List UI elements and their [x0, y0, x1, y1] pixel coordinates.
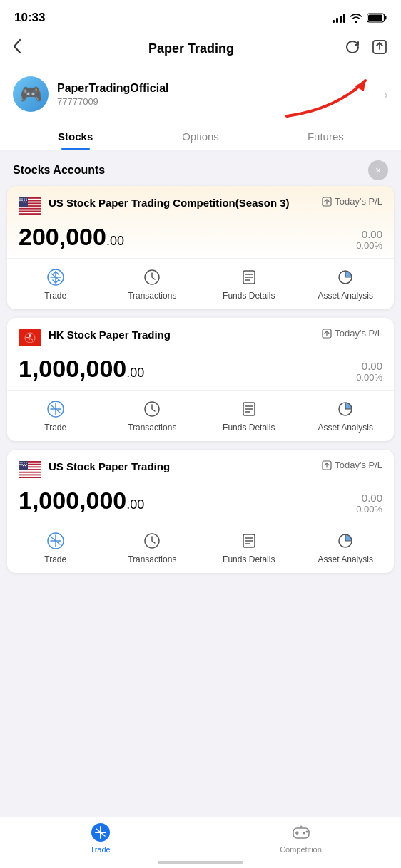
clock-icon-1 — [142, 399, 162, 419]
svg-point-17 — [24, 198, 24, 199]
svg-point-73 — [25, 465, 26, 466]
card-amount-dec-0: .00 — [106, 234, 124, 249]
svg-point-19 — [19, 200, 20, 201]
svg-rect-59 — [19, 472, 41, 473]
card-actions-0: Trade Transactions — [7, 258, 394, 309]
card-action-asset-2[interactable]: Asset Analysis — [298, 522, 395, 573]
card-title-area-hk: HK Stock Paper Trading — [19, 328, 171, 346]
card-action-label-transactions-2: Transactions — [128, 554, 176, 564]
svg-point-67 — [19, 464, 20, 465]
list-icon-1 — [239, 399, 259, 419]
tab-stocks[interactable]: Stocks — [13, 122, 138, 150]
list-icon-2 — [239, 531, 259, 551]
status-icons — [333, 13, 387, 23]
card-today-pl-label-hk: Today's P/L — [322, 328, 382, 339]
svg-point-18 — [26, 198, 26, 199]
share-small-icon-us — [322, 460, 332, 470]
scroll-content: Stocks Accounts × — [0, 150, 401, 646]
svg-rect-60 — [19, 475, 41, 476]
svg-rect-61 — [19, 477, 41, 478]
card-action-funds-2[interactable]: Funds Details — [200, 522, 298, 573]
card-action-funds-1[interactable]: Funds Details — [200, 391, 298, 441]
tab-options[interactable]: Options — [138, 122, 263, 150]
profile-row[interactable]: 🎮 PaperTradingOfficial 77777009 › — [0, 66, 401, 122]
card-action-transactions-0[interactable]: Transactions — [104, 259, 201, 309]
card-amount-main-1: 1,000,000 — [19, 355, 126, 383]
share-small-icon-hk — [322, 329, 332, 339]
battery-icon — [367, 13, 387, 23]
card-amount-main-0: 200,000 — [19, 223, 106, 251]
card-title-us: US Stock Paper Trading — [49, 460, 170, 474]
card-action-transactions-2[interactable]: Transactions — [104, 522, 201, 573]
svg-point-71 — [21, 465, 21, 466]
card-pl-percent-1: 0.00% — [356, 372, 382, 383]
section-title: Stocks Accounts — [13, 164, 105, 177]
svg-point-72 — [23, 465, 24, 466]
card-action-label-asset-2: Asset Analysis — [318, 554, 373, 564]
pie-icon-0 — [335, 267, 355, 287]
card-action-trade-1[interactable]: Trade — [7, 391, 104, 441]
svg-point-91 — [303, 832, 305, 835]
wifi-icon — [350, 13, 362, 23]
card-action-label-asset-0: Asset Analysis — [318, 291, 373, 301]
card-today-pl-label: Today's P/L — [322, 196, 382, 207]
bottom-tab-competition[interactable]: Competition — [200, 822, 401, 854]
card-actions-2: Trade Transactions — [7, 522, 394, 573]
home-indicator — [158, 861, 243, 864]
page-title: Paper Trading — [148, 41, 234, 56]
card-amount-dec-2: .00 — [126, 497, 144, 512]
us-flag-icon — [19, 197, 41, 215]
card-action-label-trade-0: Trade — [44, 291, 66, 301]
card-title-area: US Stock Paper Trading Competition(Seaso… — [19, 196, 290, 215]
refresh-button[interactable] — [344, 38, 361, 58]
profile-info: PaperTradingOfficial 77777009 — [57, 82, 383, 107]
section-close-button[interactable]: × — [368, 160, 388, 180]
pnl-col-1: 0.00 0.00% — [356, 360, 382, 383]
svg-point-25 — [25, 202, 26, 202]
card-action-trade-0[interactable]: Trade — [7, 259, 104, 309]
card-action-label-trade-1: Trade — [44, 423, 66, 433]
tabs-row: Stocks Options Futures — [0, 122, 401, 150]
svg-point-68 — [21, 464, 22, 465]
card-actions-1: Trade Transactions — [7, 390, 394, 441]
share-small-icon — [322, 197, 332, 207]
card-header-hk: HK Stock Paper Trading Today's P/L — [7, 318, 394, 353]
list-icon-0 — [239, 267, 259, 287]
nav-icons — [344, 38, 388, 58]
status-bar: 10:33 — [0, 0, 401, 31]
card-pl-percent-0: 0.00% — [356, 240, 382, 251]
trade-icon — [46, 267, 66, 287]
tab-futures[interactable]: Futures — [263, 122, 388, 150]
share-button[interactable] — [371, 38, 388, 58]
back-button[interactable] — [13, 38, 39, 58]
amount-pnl-row-0: 200,000.00 0.00 0.00% — [7, 222, 394, 258]
card-pl-percent-2: 0.00% — [356, 504, 382, 515]
clock-icon-0 — [142, 267, 162, 287]
svg-point-92 — [305, 831, 308, 833]
svg-rect-2 — [368, 15, 382, 21]
card-title-us-competition: US Stock Paper Trading Competition(Seaso… — [49, 196, 290, 210]
svg-point-20 — [21, 200, 22, 201]
card-action-funds-0[interactable]: Funds Details — [200, 259, 298, 309]
card-action-label-trade-2: Trade — [44, 554, 66, 564]
pie-icon-2 — [335, 531, 355, 551]
card-action-asset-1[interactable]: Asset Analysis — [298, 391, 395, 441]
svg-point-22 — [26, 200, 26, 201]
svg-point-16 — [21, 198, 22, 199]
card-action-asset-0[interactable]: Asset Analysis — [298, 259, 395, 309]
svg-point-15 — [19, 198, 20, 199]
card-action-transactions-1[interactable]: Transactions — [104, 391, 201, 441]
card-pl-value-1: 0.00 — [356, 360, 382, 372]
bottom-tab-trade[interactable]: Trade — [0, 822, 200, 854]
clock-icon-2 — [142, 531, 162, 551]
svg-point-21 — [24, 200, 24, 201]
svg-rect-12 — [19, 211, 41, 212]
trade-icon-1 — [46, 399, 66, 419]
card-action-trade-2[interactable]: Trade — [7, 522, 104, 573]
amount-pnl-row-1: 1,000,000.00 0.00 0.00% — [7, 353, 394, 390]
svg-point-23 — [21, 202, 21, 202]
card-header-us-competition: US Stock Paper Trading Competition(Seaso… — [7, 186, 394, 222]
us-flag-icon-2 — [19, 461, 41, 478]
card-header-us: US Stock Paper Trading Today's P/L — [7, 450, 394, 485]
svg-point-70 — [26, 464, 26, 465]
